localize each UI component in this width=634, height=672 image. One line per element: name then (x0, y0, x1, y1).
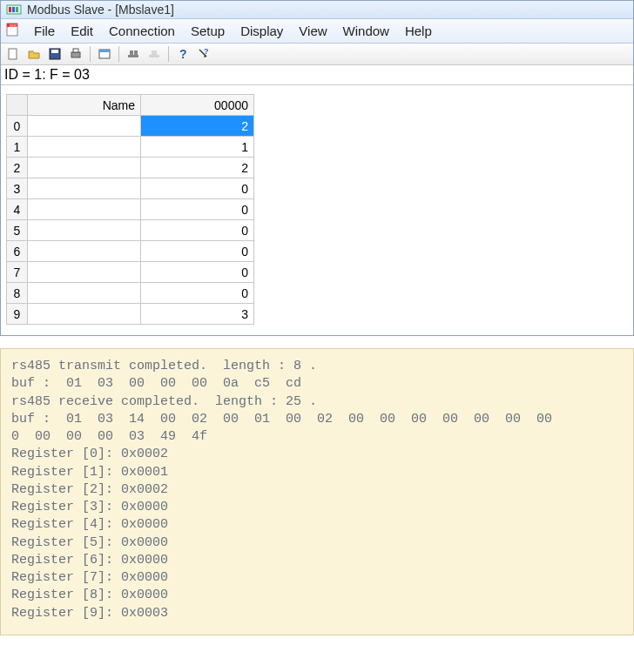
column-header-value[interactable]: 00000 (141, 95, 254, 116)
cell-value[interactable]: 0 (141, 199, 254, 220)
menubar: DOC File Edit Connection Setup Display V… (1, 19, 633, 44)
table-row[interactable]: 80 (7, 283, 254, 304)
svg-rect-7 (9, 49, 17, 59)
row-header[interactable]: 5 (7, 220, 28, 241)
table-row[interactable]: 70 (7, 262, 254, 283)
row-header[interactable]: 2 (7, 158, 28, 178)
svg-rect-17 (149, 55, 159, 57)
menu-file[interactable]: File (27, 22, 62, 40)
cell-value[interactable]: 0 (141, 220, 254, 241)
disconnect-icon[interactable] (145, 45, 163, 63)
table-row[interactable]: 30 (7, 178, 254, 199)
cell-value[interactable]: 2 (141, 116, 254, 137)
window-title: Modbus Slave - [Mbslave1] (27, 3, 174, 17)
window-icon[interactable] (96, 45, 113, 63)
cell-name[interactable] (28, 158, 141, 178)
svg-rect-10 (71, 52, 80, 57)
table-row[interactable]: 50 (7, 220, 254, 241)
row-header[interactable]: 1 (7, 137, 28, 158)
row-header[interactable]: 9 (7, 304, 28, 325)
cell-name[interactable] (28, 116, 141, 137)
svg-rect-15 (130, 50, 133, 55)
row-header[interactable]: 6 (7, 241, 28, 262)
row-header[interactable]: 3 (7, 178, 28, 199)
menu-window[interactable]: Window (336, 22, 396, 40)
console-output: rs485 transmit completed. length : 8 . b… (0, 348, 634, 635)
context-help-icon[interactable]: ? (195, 45, 212, 63)
svg-rect-14 (128, 55, 138, 57)
svg-text:?: ? (204, 47, 209, 56)
row-header[interactable]: 0 (7, 116, 28, 137)
menu-view[interactable]: View (292, 22, 334, 40)
register-table[interactable]: Name 00000 02112230405060708093 (6, 94, 254, 325)
toolbar: ? ? (1, 44, 633, 65)
toolbar-separator (168, 46, 169, 62)
app-window: Modbus Slave - [Mbslave1] DOC File Edit … (0, 0, 634, 336)
info-line: ID = 1: F = 03 (1, 65, 633, 85)
print-icon[interactable] (67, 45, 84, 63)
row-header[interactable]: 4 (7, 199, 28, 220)
cell-name[interactable] (28, 220, 141, 241)
cell-value[interactable]: 0 (141, 178, 254, 199)
document-icon: DOC (4, 22, 22, 37)
app-icon (6, 3, 22, 17)
open-icon[interactable] (25, 45, 43, 63)
grid-area: Name 00000 02112230405060708093 (1, 85, 633, 335)
cell-name[interactable] (28, 199, 141, 220)
menu-display[interactable]: Display (233, 22, 290, 40)
table-row[interactable]: 60 (7, 241, 254, 262)
svg-rect-9 (51, 50, 58, 53)
menu-edit[interactable]: Edit (64, 22, 100, 40)
cell-name[interactable] (28, 262, 141, 283)
table-corner (7, 95, 28, 116)
table-row[interactable]: 22 (7, 158, 254, 178)
cell-name[interactable] (28, 283, 141, 304)
svg-text:?: ? (179, 47, 187, 61)
table-row[interactable]: 02 (7, 116, 254, 137)
new-icon[interactable] (4, 45, 22, 63)
table-row[interactable]: 40 (7, 199, 254, 220)
svg-rect-18 (152, 50, 157, 55)
cell-value[interactable]: 0 (141, 241, 254, 262)
cell-value[interactable]: 0 (141, 262, 254, 283)
help-icon[interactable]: ? (174, 45, 192, 63)
table-row[interactable]: 11 (7, 137, 254, 158)
column-header-name[interactable]: Name (28, 95, 141, 116)
svg-text:DOC: DOC (10, 24, 17, 28)
cell-value[interactable]: 1 (141, 137, 254, 158)
svg-rect-1 (9, 7, 11, 12)
toolbar-separator (118, 46, 119, 62)
cell-name[interactable] (28, 304, 141, 325)
menu-setup[interactable]: Setup (184, 22, 232, 40)
svg-rect-13 (99, 50, 110, 52)
svg-rect-16 (134, 50, 138, 55)
menu-connection[interactable]: Connection (102, 22, 182, 40)
cell-name[interactable] (28, 137, 141, 158)
cell-name[interactable] (28, 178, 141, 199)
cell-name[interactable] (28, 241, 141, 262)
toolbar-separator (90, 46, 91, 62)
table-row[interactable]: 93 (7, 304, 254, 325)
cell-value[interactable]: 0 (141, 283, 254, 304)
svg-rect-2 (12, 7, 15, 12)
menu-help[interactable]: Help (398, 22, 439, 40)
svg-rect-11 (73, 49, 78, 52)
save-icon[interactable] (46, 45, 64, 63)
cell-value[interactable]: 3 (141, 304, 254, 325)
row-header[interactable]: 7 (7, 262, 28, 283)
svg-rect-3 (16, 7, 18, 12)
titlebar: Modbus Slave - [Mbslave1] (1, 1, 633, 19)
row-header[interactable]: 8 (7, 283, 28, 304)
connect-icon[interactable] (125, 45, 142, 63)
cell-value[interactable]: 2 (141, 158, 254, 178)
